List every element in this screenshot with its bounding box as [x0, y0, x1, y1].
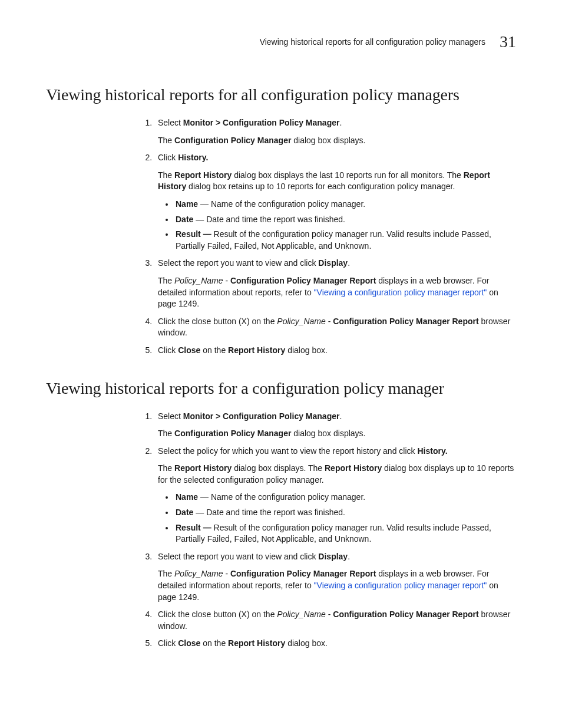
field-label: Date	[176, 508, 193, 517]
text: -	[326, 610, 333, 619]
variable-name: Policy_Name	[277, 317, 325, 326]
heading-all-managers: Viewing historical reports for all confi…	[46, 85, 516, 104]
text: dialog box displays the last 10 reports …	[232, 170, 464, 180]
section-all-managers: Viewing historical reports for all confi…	[46, 85, 516, 357]
field-label: Name	[176, 492, 198, 502]
field-name: Name — Name of the configuration policy …	[174, 199, 516, 210]
substep: The Policy_Name - Configuration Policy M…	[158, 568, 516, 603]
cross-reference-link[interactable]: "Viewing a configuration policy manager …	[314, 288, 487, 297]
field-list: Name — Name of the configuration policy …	[158, 492, 516, 545]
field-desc: — Date and time the report was finished.	[193, 215, 345, 224]
text: Select the policy for which you want to …	[158, 446, 417, 456]
section-single-manager: Viewing historical reports for a configu…	[46, 379, 516, 650]
field-name: Name — Name of the configuration policy …	[174, 492, 516, 503]
button-name: History.	[178, 153, 208, 162]
field-desc: — Name of the configuration policy manag…	[198, 492, 365, 502]
substep: The Configuration Policy Manager dialog …	[158, 135, 516, 147]
step-2-1: Select Monitor > Configuration Policy Ma…	[154, 411, 516, 440]
text: dialog box displays.	[291, 429, 365, 438]
dialog-name: Report History	[228, 638, 285, 648]
text: dialog box retains up to 10 reports for …	[186, 182, 455, 191]
step-1-1: Select Monitor > Configuration Policy Ma…	[154, 117, 516, 146]
header-title: Viewing historical reports for all confi…	[260, 37, 485, 47]
button-name: Display	[318, 258, 348, 268]
substep: The Policy_Name - Configuration Policy M…	[158, 275, 516, 310]
text: -	[326, 317, 333, 326]
text: Click	[158, 153, 178, 162]
dialog-name: Report History	[325, 463, 382, 473]
dialog-name: Configuration Policy Manager	[174, 429, 291, 438]
field-date: Date — Date and time the report was fini…	[174, 507, 516, 519]
field-list: Name — Name of the configuration policy …	[158, 199, 516, 252]
menu-path: Monitor > Configuration Policy Manager	[183, 118, 340, 127]
page-header: Viewing historical reports for all confi…	[46, 32, 516, 51]
text: Click	[158, 638, 178, 648]
step-2-5: Click Close on the Report History dialog…	[154, 638, 516, 650]
text: Select the report you want to view and c…	[158, 258, 318, 268]
report-name: Configuration Policy Manager Report	[230, 276, 376, 285]
cross-reference-link[interactable]: "Viewing a configuration policy manager …	[314, 581, 487, 590]
field-result: Result — Result of the configuration pol…	[174, 522, 516, 545]
field-label: Result —	[176, 229, 211, 239]
field-desc: Result of the configuration policy manag…	[176, 229, 491, 251]
report-name: Configuration Policy Manager Report	[333, 317, 478, 326]
page-container: Viewing historical reports for all confi…	[0, 0, 562, 707]
text: .	[348, 258, 350, 268]
text: The	[158, 569, 174, 578]
substep: The Report History dialog box displays t…	[158, 170, 516, 193]
text: .	[348, 552, 350, 561]
text: Select the report you want to view and c…	[158, 552, 318, 561]
heading-single-manager: Viewing historical reports for a configu…	[46, 379, 516, 398]
text: The	[158, 136, 174, 145]
field-result: Result — Result of the configuration pol…	[174, 229, 516, 252]
steps-list-2: Select Monitor > Configuration Policy Ma…	[46, 411, 516, 650]
report-name: Configuration Policy Manager Report	[333, 610, 478, 619]
text: .	[339, 411, 342, 421]
variable-name: Policy_Name	[174, 569, 223, 578]
step-2-3: Select the report you want to view and c…	[154, 551, 516, 603]
button-name: History.	[417, 446, 447, 456]
text: dialog box displays. The	[232, 463, 325, 473]
step-2-4: Click the close button (X) on the Policy…	[154, 609, 516, 632]
step-1-3: Select the report you want to view and c…	[154, 258, 516, 309]
text: Click the close button (X) on the	[158, 610, 277, 619]
substep: The Configuration Policy Manager dialog …	[158, 428, 516, 440]
text: on the	[200, 638, 228, 648]
text: Click the close button (X) on the	[158, 317, 277, 326]
field-desc: Result of the configuration policy manag…	[176, 523, 491, 544]
text: The	[158, 276, 174, 285]
dialog-name: Report History	[174, 463, 232, 473]
button-name: Close	[178, 345, 200, 355]
text: Click	[158, 345, 178, 355]
text: -	[223, 569, 230, 578]
field-desc: — Date and time the report was finished.	[193, 508, 345, 517]
dialog-name: Configuration Policy Manager	[174, 136, 291, 145]
step-2-2: Select the policy for which you want to …	[154, 446, 516, 545]
text: Select	[158, 118, 183, 127]
page-number: 31	[500, 32, 516, 51]
text: The	[158, 170, 174, 180]
substep: The Report History dialog box displays. …	[158, 463, 516, 486]
step-1-2: Click History. The Report History dialog…	[154, 152, 516, 252]
button-name: Close	[178, 638, 200, 648]
text: dialog box displays.	[291, 136, 365, 145]
text: The	[158, 429, 174, 438]
step-1-4: Click the close button (X) on the Policy…	[154, 316, 516, 339]
field-label: Date	[176, 215, 193, 224]
text: dialog box.	[285, 638, 328, 648]
field-label: Result —	[176, 523, 211, 532]
button-name: Display	[318, 552, 348, 561]
text: -	[223, 276, 230, 285]
steps-list-1: Select Monitor > Configuration Policy Ma…	[46, 117, 516, 357]
dialog-name: Report History	[174, 170, 232, 180]
text: The	[158, 463, 174, 473]
menu-path: Monitor > Configuration Policy Manager	[183, 411, 340, 421]
step-1-5: Click Close on the Report History dialog…	[154, 345, 516, 357]
field-desc: — Name of the configuration policy manag…	[198, 199, 365, 209]
text: dialog box.	[285, 345, 328, 355]
text: .	[339, 118, 342, 127]
variable-name: Policy_Name	[277, 610, 325, 619]
variable-name: Policy_Name	[174, 276, 223, 285]
dialog-name: Report History	[228, 345, 285, 355]
field-date: Date — Date and time the report was fini…	[174, 214, 516, 226]
